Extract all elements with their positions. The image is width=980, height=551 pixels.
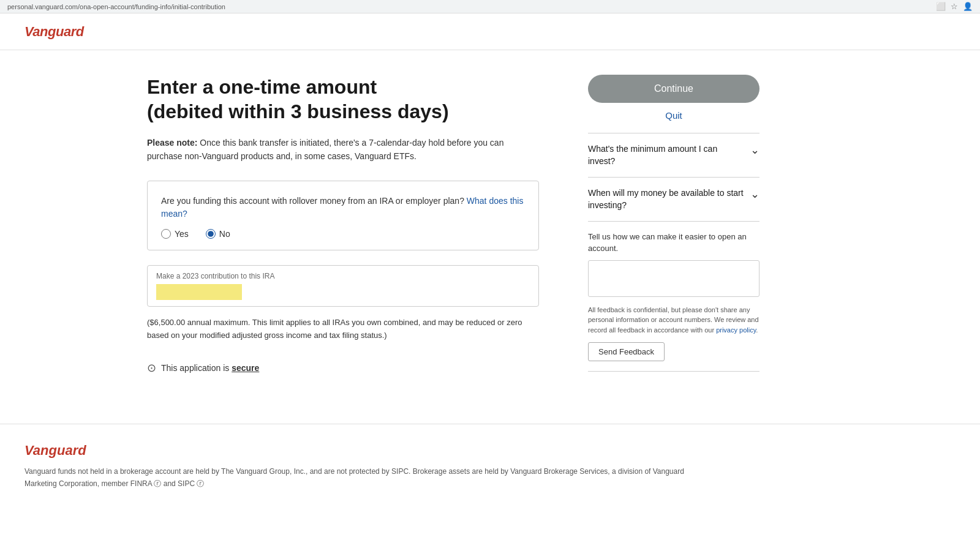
shield-icon: ⊙ xyxy=(147,361,156,375)
feedback-label: Tell us how we can make it easier to ope… xyxy=(588,231,760,253)
note-text: Please note: Once this bank transfer is … xyxy=(147,136,539,163)
feedback-section: Tell us how we can make it easier to ope… xyxy=(588,222,760,371)
send-feedback-button[interactable]: Send Feedback xyxy=(588,342,665,361)
page-title: Enter a one-time amount (debited within … xyxy=(147,75,539,124)
main-content: Enter a one-time amount (debited within … xyxy=(147,75,539,375)
sidebar: Continue Quit What's the minimum amount … xyxy=(588,75,760,372)
contribution-input[interactable] xyxy=(156,284,242,300)
feedback-textarea[interactable] xyxy=(588,260,760,297)
secure-text: This application is secure xyxy=(161,363,259,373)
radio-yes-label: Yes xyxy=(175,229,189,239)
faq-question-2[interactable]: When will my money be available to start… xyxy=(588,187,760,211)
browser-icons: ⬜ ☆ 👤 xyxy=(936,2,973,11)
footer-text: Vanguard funds not held in a brokerage a… xyxy=(24,466,698,489)
secure-link[interactable]: secure xyxy=(232,363,259,373)
contribution-label: Make a 2023 contribution to this IRA xyxy=(156,272,530,280)
contribution-input-wrapper xyxy=(156,284,530,300)
radio-group: Yes No xyxy=(161,229,525,239)
faq-item-2: When will my money be available to start… xyxy=(588,178,760,222)
faq-question-text-2: When will my money be available to start… xyxy=(588,187,744,211)
browser-url: personal.vanguard.com/ona-open-account/f… xyxy=(7,3,225,10)
faq-question-text-1: What's the minimum amount I can invest? xyxy=(588,143,744,167)
star-icon[interactable]: ☆ xyxy=(951,2,958,11)
account-icon[interactable]: 👤 xyxy=(963,2,973,11)
chevron-down-icon-2: ⌄ xyxy=(750,187,760,201)
chevron-down-icon-1: ⌄ xyxy=(750,143,760,157)
question-text: Are you funding this account with rollov… xyxy=(161,195,525,220)
continue-button[interactable]: Continue xyxy=(588,75,760,103)
footer: Vanguard Vanguard funds not held in a br… xyxy=(0,424,980,508)
privacy-policy-link[interactable]: privacy policy xyxy=(716,326,756,334)
quit-link[interactable]: Quit xyxy=(588,110,760,121)
sidebar-divider-bottom xyxy=(588,371,760,372)
radio-yes-input[interactable] xyxy=(161,229,171,239)
radio-no-option[interactable]: No xyxy=(206,229,230,239)
top-nav: Vanguard xyxy=(0,13,980,50)
question-box: Are you funding this account with rollov… xyxy=(147,181,539,250)
radio-no-label: No xyxy=(219,229,230,239)
feedback-privacy: All feedback is confidential, but please… xyxy=(588,305,760,335)
contribution-box: Make a 2023 contribution to this IRA xyxy=(147,265,539,307)
radio-yes-option[interactable]: Yes xyxy=(161,229,189,239)
faq-question-1[interactable]: What's the minimum amount I can invest? … xyxy=(588,143,760,167)
browser-bar: personal.vanguard.com/ona-open-account/f… xyxy=(0,0,980,13)
limit-text: ($6,500.00 annual maximum. This limit ap… xyxy=(147,317,539,342)
vanguard-logo-footer: Vanguard xyxy=(24,443,956,459)
radio-no-input[interactable] xyxy=(206,229,216,239)
vanguard-logo-header: Vanguard xyxy=(24,24,84,40)
faq-item-1: What's the minimum amount I can invest? … xyxy=(588,133,760,178)
bookmark-icon[interactable]: ⬜ xyxy=(936,2,946,11)
secure-badge: ⊙ This application is secure xyxy=(147,361,539,375)
